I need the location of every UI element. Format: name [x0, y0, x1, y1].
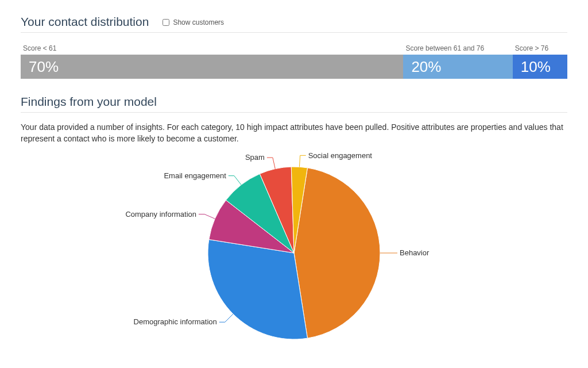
pie-slice [208, 240, 307, 339]
pie-slice [294, 168, 380, 338]
dist-seg-mid: 20% [403, 55, 512, 79]
pie-label: Social engagement [308, 151, 372, 160]
dist-seg-high: 10% [513, 55, 567, 79]
svg-line-4 [204, 214, 215, 219]
pie-label: Company information [125, 210, 196, 218]
svg-line-10 [299, 156, 300, 167]
pie-label: Behavior [400, 248, 429, 257]
svg-line-2 [225, 314, 233, 322]
show-customers-label: Show customers [173, 18, 224, 26]
show-customers-toggle[interactable]: Show customers [163, 18, 224, 26]
distribution-labels-row: Score < 61 Score between 61 and 76 Score… [21, 44, 567, 52]
section-title-findings: Findings from your model [21, 95, 567, 109]
svg-line-6 [234, 176, 241, 185]
dist-label-mid: Score between 61 and 76 [403, 44, 512, 52]
findings-description: Your data provided a number of insights.… [21, 122, 567, 144]
pie-chart: BehaviorDemographic informationCompany i… [110, 152, 478, 348]
dist-label-high: Score > 76 [513, 44, 567, 52]
pie-label: Demographic information [134, 317, 217, 326]
distribution-bar: 70% 20% 10% [21, 55, 567, 79]
section-title-distribution: Your contact distribution [21, 15, 149, 29]
pie-label: Email engagement [164, 171, 226, 180]
dist-seg-low: 70% [21, 55, 403, 79]
svg-line-8 [273, 158, 275, 169]
show-customers-checkbox[interactable] [163, 19, 169, 26]
pie-label: Spam [245, 153, 265, 162]
dist-label-low: Score < 61 [21, 44, 403, 52]
